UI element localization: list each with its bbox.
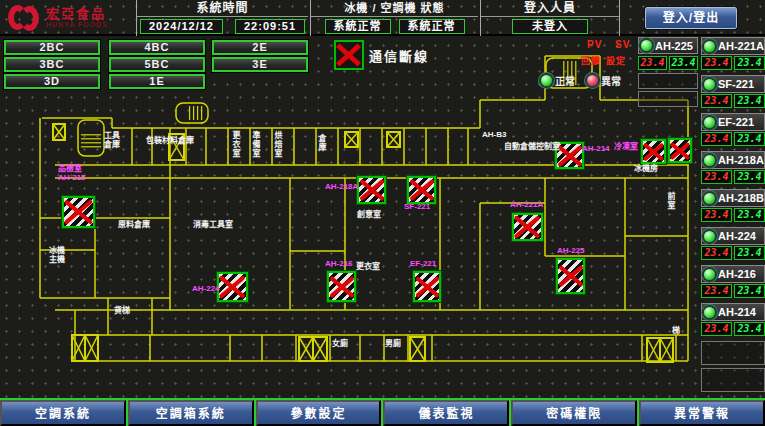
floor-button-3E[interactable]: 3E xyxy=(212,57,308,72)
brand-logo-icon xyxy=(8,5,42,31)
plan-label: AH-B3 xyxy=(482,130,506,139)
plan-label: 烘焙室 xyxy=(273,131,282,158)
equipment-item-EF-221[interactable]: EF-221 xyxy=(701,113,765,131)
equipment-name: AH-224 xyxy=(718,230,756,242)
nav-button-儀表監視[interactable]: 儀表監視 xyxy=(383,400,509,426)
status-led-icon xyxy=(704,269,715,280)
header: 宏亞食品 HUNYA FOODS 系統時間 2024/12/12 22:09:5… xyxy=(0,0,765,36)
pv-value: 23.4 xyxy=(701,56,732,70)
feedback-header: 回饋 xyxy=(581,54,601,67)
ahu-alarm-icon[interactable] xyxy=(413,271,441,302)
plan-label: 品檢室 AH-215 xyxy=(58,164,98,182)
login-logout-button[interactable]: 登入/登出 xyxy=(645,7,737,29)
equipment-item-AH-214[interactable]: AH-214 xyxy=(701,303,765,321)
ahu-alarm-icon[interactable] xyxy=(217,272,248,302)
equipment-values: 23.423.4 xyxy=(701,56,765,70)
plan-label: AH-221A xyxy=(510,200,543,209)
nav-button-參數設定[interactable]: 參數設定 xyxy=(256,400,382,426)
equipment-name: AH-218A xyxy=(718,154,764,166)
floor-button-5BC[interactable]: 5BC xyxy=(109,57,205,72)
floor-plan: 工具倉庫包裝材料倉庫更衣室準備室烘焙室倉庫AH-B3自動倉儲控制室創意室消毒工具… xyxy=(0,36,700,398)
equipment-name: EF-221 xyxy=(718,116,754,128)
status-led-icon xyxy=(704,41,715,52)
floor-button-3D[interactable]: 3D xyxy=(4,74,100,89)
equipment-values: 23.423.4 xyxy=(701,94,765,108)
comm-lost-label: 通信斷線 xyxy=(369,46,429,65)
equipment-item-SF-221[interactable]: SF-221 xyxy=(701,75,765,93)
plan-label: AH-224 xyxy=(192,284,220,293)
sv-value: 23.4 xyxy=(734,132,765,146)
plan-label: 更衣室 xyxy=(356,262,380,271)
ahu-alarm-icon[interactable] xyxy=(357,176,386,204)
nav-button-密碼權限[interactable]: 密碼權限 xyxy=(511,400,637,426)
floor-button-2BC[interactable]: 2BC xyxy=(4,40,100,55)
equipment-empty-slot xyxy=(638,91,698,107)
nav-button-異常警報[interactable]: 異常警報 xyxy=(639,400,765,426)
system-time-block: 系統時間 2024/12/12 22:09:51 xyxy=(136,0,308,36)
nav-button-空調箱系統[interactable]: 空調箱系統 xyxy=(128,400,254,426)
system-time-label: 系統時間 xyxy=(137,0,308,17)
equipment-values: 23.423.4 xyxy=(701,246,765,260)
brand-logo: 宏亞食品 HUNYA FOODS xyxy=(2,2,133,33)
equipment-values: 23.423.4 xyxy=(701,170,765,184)
status-led-icon xyxy=(704,231,715,242)
floor-plan-svg xyxy=(0,36,700,398)
equipment-item-AH-221A[interactable]: AH-221A xyxy=(701,37,765,55)
hmi-screen: { "header": { "logo": { "brand": "宏亞食品",… xyxy=(0,0,765,426)
plan-label: 包裝材料倉庫 xyxy=(146,136,204,145)
ahu-alarm-icon[interactable] xyxy=(641,139,666,164)
plan-label: AH-214 xyxy=(582,144,610,153)
abnormal-led-icon xyxy=(587,75,598,86)
equipment-values: 23.423.4 xyxy=(701,322,765,336)
sv-value: 23.4 xyxy=(734,94,765,108)
bottom-nav: 空調系統空調箱系統參數設定儀表監視密碼權限異常警報 xyxy=(0,398,765,426)
plan-label: 前室 xyxy=(666,192,675,210)
equipment-values: 23.4 23.4 xyxy=(638,56,698,70)
plan-label: 消毒工具室 xyxy=(193,220,239,229)
equipment-item-AH-216[interactable]: AH-216 xyxy=(701,265,765,283)
ahu-status-value: 系統正常 xyxy=(399,19,465,34)
ahu-alarm-icon[interactable] xyxy=(62,196,95,228)
ahu-alarm-icon[interactable] xyxy=(668,138,692,163)
pv-value: 23.4 xyxy=(701,208,732,222)
equipment-item-AH-218B[interactable]: AH-218B xyxy=(701,189,765,207)
ahu-alarm-icon[interactable] xyxy=(407,176,436,204)
plan-label: 自動倉儲控制室 xyxy=(504,142,560,151)
ahu-alarm-icon[interactable] xyxy=(556,258,585,294)
floor-button-4BC[interactable]: 4BC xyxy=(109,40,205,55)
legend-normal-label: 正常 xyxy=(555,73,575,88)
sv-value: 23.4 xyxy=(734,170,765,184)
equipment-empty-slot xyxy=(701,341,765,365)
sv-value: 23.4 xyxy=(734,284,765,298)
system-date-value: 2024/12/12 xyxy=(140,19,223,34)
plan-label: AH-225 xyxy=(557,246,585,255)
plan-label: 男廁 xyxy=(385,339,401,348)
nav-button-空調系統[interactable]: 空調系統 xyxy=(0,400,126,426)
chiller-status-value: 系統正常 xyxy=(325,19,391,34)
equipment-empty-slot xyxy=(701,368,765,392)
stairs-icon xyxy=(176,103,208,123)
normal-led-icon xyxy=(541,75,552,86)
legend-abnormal: 異常 xyxy=(587,73,621,88)
pv-value: 23.4 xyxy=(701,322,732,336)
equipment-item-AH-224[interactable]: AH-224 xyxy=(701,227,765,245)
pv-value: 23.4 xyxy=(701,246,732,260)
equipment-item-AH-218A[interactable]: AH-218A xyxy=(701,151,765,169)
equipment-item-featured[interactable]: AH-225 xyxy=(638,37,698,54)
status-led-icon xyxy=(704,307,715,318)
plan-label: 貨梯 xyxy=(114,306,134,315)
status-led-icon xyxy=(704,193,715,204)
floor-button-3BC[interactable]: 3BC xyxy=(4,57,100,72)
floor-button-1E[interactable]: 1E xyxy=(109,74,205,89)
ahu-alarm-icon[interactable] xyxy=(327,271,356,302)
sv-value: 23.4 xyxy=(734,322,765,336)
chiller-status-block: 冰機 / 空調機 狀態 系統正常 系統正常 xyxy=(310,0,478,36)
pv-value: 23.4 xyxy=(701,132,732,146)
floor-button-2E[interactable]: 2E xyxy=(212,40,308,55)
sv-value: 23.4 xyxy=(734,56,765,70)
plan-label: 工具倉庫 xyxy=(104,131,126,149)
ahu-alarm-icon[interactable] xyxy=(512,213,543,241)
plan-label: 原料倉庫 xyxy=(118,220,156,229)
equipment-name: AH-214 xyxy=(718,306,756,318)
equipment-name: AH-218B xyxy=(718,192,764,204)
